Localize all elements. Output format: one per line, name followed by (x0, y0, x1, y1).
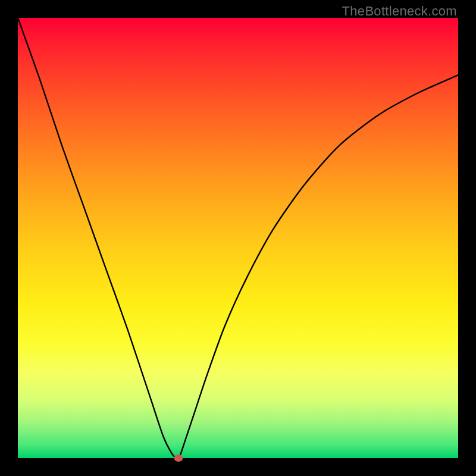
chart-frame: TheBottleneck.com (0, 0, 476, 476)
watermark-text: TheBottleneck.com (342, 4, 457, 19)
bottleneck-curve (18, 18, 458, 458)
plot-area (18, 18, 458, 458)
min-marker (174, 455, 183, 462)
